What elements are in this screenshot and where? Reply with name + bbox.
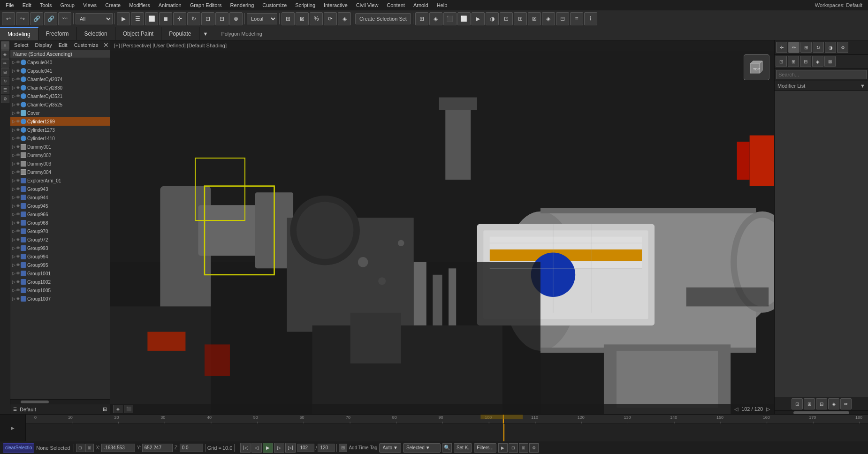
clear-selection-button[interactable]: clearSelectio <box>3 443 34 453</box>
rp-bottom-btn-4[interactable]: ◈ <box>828 398 839 409</box>
status-icon-2[interactable]: ⊡ <box>509 443 518 453</box>
hierarchy-tab-btn[interactable]: ⊞ <box>800 42 812 53</box>
list-item[interactable]: ▷ 👁 Group994 <box>10 252 110 261</box>
tab-more-button[interactable]: ▼ <box>199 29 212 38</box>
list-item[interactable]: ▷ 👁 Cylinder1410 <box>10 134 110 143</box>
list-item[interactable]: ▷ 👁 ChamferCyl3521 <box>10 92 110 100</box>
y-value-input[interactable] <box>142 444 173 452</box>
display-tab-btn[interactable]: ◑ <box>825 42 836 53</box>
list-item[interactable]: ▷ 👁 Group995 <box>10 261 110 269</box>
list-item[interactable]: ▷ 👁 Cover <box>10 109 110 117</box>
modify-tab-btn[interactable]: ✏ <box>788 42 799 53</box>
list-item[interactable]: ▷ 👁 Group1005 <box>10 286 110 295</box>
list-item[interactable]: ▷ 👁 Group943 <box>10 185 110 193</box>
list-item[interactable]: ▷ 👁 Group968 <box>10 219 110 227</box>
list-item[interactable]: ▷ 👁 Group944 <box>10 193 110 202</box>
rectangular-select-button[interactable]: ⬜ <box>145 12 158 25</box>
display2-icon[interactable]: ☰ <box>1 86 9 94</box>
coord-snap-icon[interactable]: ⊡ <box>76 444 84 452</box>
explorer-display-button[interactable]: Display <box>33 42 54 48</box>
viewport[interactable]: [+] [Perspective] [User Defined] [Defaul… <box>110 40 774 414</box>
select-by-name-button[interactable]: ☰ <box>131 12 144 25</box>
squash-button[interactable]: ⊗ <box>229 12 243 25</box>
rp-btn-5[interactable]: ⊠ <box>824 56 836 67</box>
list-item[interactable]: ▷ 👁 Group966 <box>10 210 110 219</box>
link-button[interactable]: 🔗 <box>30 12 43 25</box>
set-key-button[interactable]: Set K. <box>454 443 472 453</box>
list-item[interactable]: ▷ 👁 Dummy003 <box>10 159 110 168</box>
add-time-tag-icon[interactable]: ⊞ <box>339 444 347 452</box>
list-item[interactable]: ▷ 👁 Dummy001 <box>10 143 110 151</box>
list-item[interactable]: ▷ 👁 Cylinder1273 <box>10 126 110 134</box>
menu-civil-view[interactable]: Civil View <box>352 1 382 9</box>
z-value-input[interactable] <box>180 444 203 452</box>
undo-button[interactable]: ↩ <box>2 12 15 25</box>
normal-align-button[interactable]: ⊠ <box>528 12 541 25</box>
key-mode-dropdown[interactable]: Auto ▼ <box>379 443 401 453</box>
modifier-dropdown-arrow[interactable]: ▼ <box>860 83 865 89</box>
explorer-customize-button[interactable]: Customize <box>72 42 100 48</box>
list-item[interactable]: ▷ 👁 Group970 <box>10 227 110 235</box>
menu-arnold[interactable]: Arnold <box>410 1 432 9</box>
list-item[interactable]: ▷ 👁 Capsule040 <box>10 58 110 67</box>
next-frame-btn[interactable]: ▷ <box>765 406 771 412</box>
menu-animation[interactable]: Animation <box>155 1 185 9</box>
menu-group[interactable]: Group <box>56 1 78 9</box>
utilities-tab-btn[interactable]: ⚙ <box>837 42 848 53</box>
rp-btn-2[interactable]: ⊞ <box>788 56 799 67</box>
rp-btn-3[interactable]: ⊟ <box>800 56 811 67</box>
list-item[interactable]: ▷ 👁 ChamferCyl2074 <box>10 75 110 83</box>
tab-freeform[interactable]: Freeform <box>38 27 77 40</box>
modifier-search-input[interactable] <box>776 70 867 79</box>
timeline-main[interactable]: 0 10 20 30 40 50 60 70 80 <box>26 415 868 441</box>
modifier-slider[interactable] <box>775 410 868 414</box>
spinner-snap-button[interactable]: ⟳ <box>324 12 337 25</box>
timeline-track[interactable] <box>26 424 868 441</box>
go-to-start-button[interactable]: |◁ <box>240 443 251 453</box>
rp-bottom-btn-1[interactable]: ⊡ <box>792 398 803 409</box>
vp-shading-btn[interactable]: ⬛ <box>124 405 133 413</box>
material-editor-button[interactable]: ◈ <box>429 12 442 25</box>
curve-editor-button[interactable]: ⌇ <box>584 12 597 25</box>
edit-named-selections[interactable]: ◈ <box>338 12 351 25</box>
rp-bottom-btn-2[interactable]: ⊞ <box>804 398 815 409</box>
status-icon-1[interactable]: ▶ <box>498 443 508 453</box>
layer-manager-button[interactable]: ≡ <box>570 12 583 25</box>
list-item[interactable]: ▷ 👁 ExplorerArm_01 <box>10 176 110 185</box>
list-item[interactable]: ▷ 👁 Dummy002 <box>10 151 110 159</box>
menu-tools[interactable]: Tools <box>36 1 56 9</box>
menu-rendering[interactable]: Rendering <box>227 1 258 9</box>
menu-modifiers[interactable]: Modifiers <box>125 1 154 9</box>
next-frame-button[interactable]: ▷ <box>274 443 284 453</box>
list-item[interactable]: ▷ 👁 Group1001 <box>10 269 110 278</box>
tab-populate[interactable]: Populate <box>161 27 199 40</box>
go-to-end-button[interactable]: ▷| <box>285 443 296 453</box>
rp-btn-1[interactable]: ⊡ <box>776 56 787 67</box>
search-icon[interactable]: 🔍 <box>442 443 452 453</box>
modify-icon[interactable]: ✏ <box>1 59 9 68</box>
create-selection-set-button[interactable]: Create Selection Set <box>355 13 411 24</box>
list-item[interactable]: ▷ 👁 Dummy004 <box>10 168 110 176</box>
scene-explorer-icon[interactable]: ≡ <box>1 41 9 50</box>
menu-views[interactable]: Views <box>79 1 100 9</box>
menu-content[interactable]: Content <box>383 1 409 9</box>
list-item[interactable]: ▷ 👁 Group993 <box>10 244 110 252</box>
list-item[interactable]: ▷ 👁 Cylinder1269 <box>10 117 110 126</box>
render-setup-button[interactable]: ⬛ <box>443 12 457 25</box>
list-item[interactable]: ▷ 👁 Group945 <box>10 202 110 210</box>
motion-icon[interactable]: ↻ <box>1 77 9 85</box>
list-item[interactable]: ▷ 👁 Group1007 <box>10 295 110 303</box>
navigation-cube[interactable]: TOP <box>744 54 769 80</box>
hierarchy-icon[interactable]: ⊞ <box>1 68 9 76</box>
select-object-button[interactable]: ▶ <box>117 12 130 25</box>
tab-object-paint[interactable]: Object Paint <box>115 27 161 40</box>
rp-bottom-btn-5[interactable]: ✏ <box>840 398 852 409</box>
motion-tab-btn[interactable]: ↻ <box>813 42 824 53</box>
rotate-button[interactable]: ↻ <box>187 12 200 25</box>
list-item[interactable]: ▷ 👁 ChamferCyl3525 <box>10 100 110 109</box>
selection-filter-dropdown[interactable]: All Geometry Shapes Lights <box>76 13 113 24</box>
snap-toggle-button[interactable]: ⊞ <box>282 12 295 25</box>
percent-snap-button[interactable]: % <box>310 12 323 25</box>
prev-frame-button[interactable]: ◁ <box>251 443 262 453</box>
selected-dropdown-container[interactable]: Selected ▼ <box>403 443 441 453</box>
